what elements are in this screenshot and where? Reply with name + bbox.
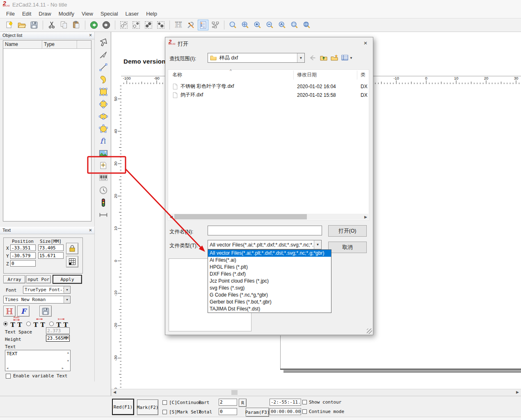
menu-laser[interactable]: Laser [122, 10, 143, 18]
hatch-button[interactable]: H [173, 20, 184, 30]
scroll-right-icon[interactable]: ▶ [62, 367, 64, 370]
line-tool-button[interactable] [98, 62, 109, 73]
curve-tool-button[interactable] [98, 74, 109, 85]
undo-button[interactable] [89, 20, 99, 30]
node-rect-button[interactable] [119, 20, 129, 30]
back-nav-icon[interactable] [308, 54, 316, 62]
select-tool-button[interactable] [98, 37, 109, 48]
total-count-field[interactable] [219, 408, 237, 415]
save-file-button[interactable] [29, 20, 39, 30]
view-menu-chevron-icon[interactable]: ▼ [350, 56, 353, 60]
vector-file-tool-button[interactable] [98, 160, 109, 171]
new-file-button[interactable] [4, 20, 15, 30]
scroll-up-icon[interactable]: ▲ [67, 351, 69, 354]
width-space-radio[interactable] [49, 322, 54, 326]
scroll-left-icon[interactable]: ◀ [113, 390, 116, 394]
font-type-combobox[interactable]: TrueType Font-15▼ [23, 286, 71, 294]
lock-ratio-button[interactable] [66, 243, 78, 254]
rect-tool-button[interactable] [98, 86, 109, 98]
continue-mode-checkbox[interactable] [302, 409, 307, 414]
scrollbar-thumb[interactable] [174, 214, 307, 219]
scroll-left-icon[interactable]: ◀ [7, 367, 8, 370]
reset-part-button[interactable]: R [239, 399, 247, 407]
chevron-down-icon[interactable]: ▼ [314, 240, 321, 249]
io-tool-button[interactable] [98, 197, 109, 208]
dialog-close-icon[interactable]: × [361, 39, 370, 46]
file-type-option[interactable]: G Code Files (*.nc,*g,*gbr) [208, 292, 331, 299]
x-position-field[interactable] [10, 244, 36, 251]
show-contour-checkbox[interactable] [302, 400, 307, 404]
column-separator[interactable] [357, 71, 357, 80]
x-size-field[interactable] [38, 244, 64, 251]
menu-view[interactable]: View [78, 10, 97, 18]
enable-variable-checkbox[interactable] [6, 374, 11, 379]
continuous-checkbox[interactable] [162, 400, 167, 405]
hatch-text-button[interactable]: H [3, 306, 16, 317]
column-separator[interactable] [293, 71, 294, 80]
file-type-option[interactable]: svg Files (*.svg) [208, 285, 331, 292]
menu-modify[interactable]: Modify [55, 10, 78, 18]
cut-button[interactable] [46, 20, 57, 30]
file-type-option[interactable]: Ai Files(*.ai) [208, 257, 331, 264]
node-edit-tool-button[interactable] [98, 49, 109, 61]
text-panel-header[interactable]: Text × [0, 227, 94, 234]
polygon-tool-button[interactable] [98, 123, 109, 135]
zoom-button[interactable] [228, 20, 238, 30]
structure-button[interactable] [210, 20, 221, 30]
zoom-in-button[interactable] [252, 20, 263, 30]
bitmap-tool-button[interactable] [98, 148, 109, 159]
font-name-combobox[interactable]: Times New Roman▼ [3, 296, 71, 304]
new-folder-icon[interactable] [330, 54, 338, 62]
mark-selected-checkbox[interactable] [162, 410, 167, 414]
file-type-option[interactable]: HPGL Files (*.plt) [208, 264, 331, 271]
input-port-button[interactable]: nput Por [26, 275, 51, 283]
column-header-type[interactable]: Type [42, 41, 77, 49]
param-f3-button[interactable]: Param(F3) [246, 408, 269, 417]
scrollbar-thumb[interactable] [231, 390, 238, 395]
scroll-right-icon[interactable]: ▶ [364, 215, 367, 219]
object-list-body[interactable]: Name Type [3, 40, 91, 221]
canvas-horizontal-scrollbar[interactable]: ◀ ▶ [111, 389, 521, 396]
copy-button[interactable] [59, 20, 69, 30]
chevron-down-icon[interactable]: ▼ [64, 296, 70, 303]
paste-button[interactable] [71, 20, 82, 30]
mark-f2-button[interactable]: Mark(F2) [137, 399, 158, 415]
ellipse-tool-button[interactable] [98, 111, 109, 122]
resize-grip[interactable] [367, 329, 372, 334]
menu-special[interactable]: Special [97, 10, 122, 18]
apply-button[interactable]: Apply [53, 275, 82, 284]
barcode-tool-button[interactable]: 01234 [98, 172, 109, 184]
zoom-out-button[interactable] [265, 20, 275, 30]
file-row[interactable]: 鸽子环.dxf2020-01-02 15:58DX [168, 91, 369, 99]
list-column-name[interactable]: 名称 [172, 71, 182, 78]
circle-tool-button[interactable] [98, 98, 109, 110]
list-column-date[interactable]: 修改日期 [297, 71, 317, 78]
column-header-name[interactable]: Name [3, 41, 42, 49]
anchor-grid-button[interactable] [66, 256, 78, 267]
menu-help[interactable]: Help [142, 10, 161, 18]
node-dark2-button[interactable] [155, 20, 166, 30]
cancel-button[interactable]: 取消 [328, 242, 367, 253]
node-dark-button[interactable] [143, 20, 154, 30]
menu-edit[interactable]: Edit [18, 10, 35, 18]
file-list-scrollbar[interactable]: ◀ ▶ [169, 214, 368, 220]
file-name-input[interactable] [208, 226, 322, 235]
red-f1-button[interactable]: Red(F1) [112, 399, 134, 415]
z-position-field[interactable] [10, 260, 36, 267]
menu-file[interactable]: File [2, 10, 18, 18]
array-button[interactable]: Array [3, 275, 25, 283]
redo-button[interactable] [101, 20, 112, 30]
zoom-page-button[interactable] [302, 20, 312, 30]
chevron-down-icon[interactable]: ▼ [297, 53, 304, 62]
text-space-field[interactable] [46, 327, 70, 334]
auto-space-radio[interactable] [3, 322, 8, 326]
file-row[interactable]: 不锈钢 彩色叶子字母.dxf2020-01-02 16:04DX [168, 82, 369, 91]
scroll-left-icon[interactable]: ◀ [170, 215, 173, 219]
list-column-type[interactable]: 类 [361, 71, 366, 78]
close-icon[interactable]: × [89, 32, 92, 38]
y-position-field[interactable] [10, 252, 36, 259]
file-type-option[interactable]: All vector Files(*.ai;*.plt;*.dxf;*.dst;… [208, 250, 331, 257]
file-type-option[interactable]: DXF Files (*.dxf) [208, 271, 331, 278]
param-list-button[interactable] [198, 20, 208, 30]
file-type-option[interactable]: TAJIMA Dst Files(*.dst) [208, 306, 331, 313]
